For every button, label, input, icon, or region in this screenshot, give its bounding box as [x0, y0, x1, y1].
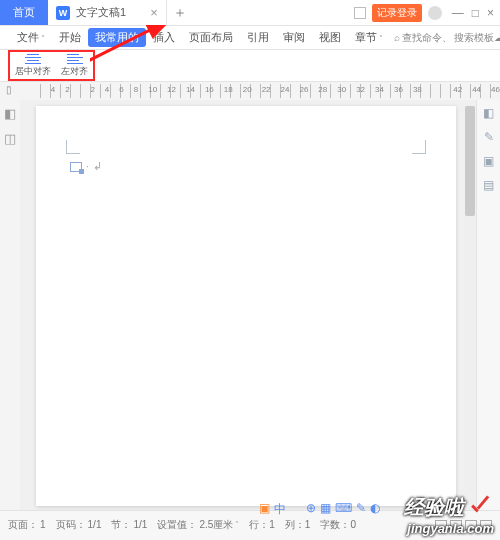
close-window-button[interactable]: ×	[487, 6, 494, 20]
ime-item[interactable]: ✎	[356, 501, 366, 518]
right-side-panel: ◧ ✎ ▣ ▤	[476, 100, 500, 510]
tab-document[interactable]: W 文字文稿1 ×	[48, 0, 167, 25]
search-icon: ⌕	[394, 32, 400, 43]
ime-item[interactable]: ゝ	[290, 501, 302, 518]
select-tool-icon[interactable]: ◧	[483, 106, 494, 120]
ime-item[interactable]: ▦	[320, 501, 331, 518]
view-web-icon[interactable]	[465, 520, 477, 530]
login-button[interactable]: 记录登录	[372, 4, 422, 22]
status-col[interactable]: 列：1	[285, 518, 311, 532]
status-position[interactable]: 设置值：2.5厘米	[157, 518, 239, 532]
view-print-icon[interactable]	[435, 520, 447, 530]
view-outline-icon[interactable]	[480, 520, 492, 530]
horizontal-ruler-bar: ▯ 42246810121416182022242628303234363842…	[0, 82, 500, 100]
margin-mark-top-left	[66, 140, 80, 154]
align-left-icon	[67, 54, 83, 64]
title-bar-right: 记录登录 — □ ×	[354, 0, 500, 25]
status-row[interactable]: 行：1	[249, 518, 275, 532]
properties-icon[interactable]: ▣	[483, 154, 494, 168]
add-tab-button[interactable]: ＋	[167, 0, 193, 25]
ruler-origin-icon: ▯	[6, 84, 12, 95]
ribbon-toolbar: 居中对齐 左对齐	[0, 50, 500, 82]
ime-item[interactable]: ◐	[370, 501, 380, 518]
menu-view[interactable]: 视图	[312, 30, 348, 45]
menu-start[interactable]: 开始	[52, 30, 88, 45]
maximize-button[interactable]: □	[472, 6, 479, 20]
menu-references[interactable]: 引用	[240, 30, 276, 45]
horizontal-ruler[interactable]: 4224681012141618202224262830323436384244…	[40, 84, 500, 98]
title-bar: 首页 W 文字文稿1 × ＋ 记录登录 — □ ×	[0, 0, 500, 26]
ime-toolbar[interactable]: ▣中ゝ⊕▦⌨✎◐	[259, 501, 380, 518]
menu-insert[interactable]: 插入	[146, 30, 182, 45]
outline-icon[interactable]: ◫	[4, 131, 16, 146]
align-center-icon	[25, 54, 41, 64]
search-label: 查找命令、	[402, 31, 452, 45]
nav-pane-icon[interactable]: ◧	[4, 106, 16, 121]
text-cursor: ↲	[93, 160, 102, 173]
margin-mark-top-right	[412, 140, 426, 154]
insert-object-handle[interactable]: · ↲	[70, 160, 102, 173]
status-chars[interactable]: 字数：0	[320, 518, 356, 532]
menu-page-layout[interactable]: 页面布局	[182, 30, 240, 45]
page-area: · ↲	[20, 100, 476, 510]
minimize-button[interactable]: —	[452, 6, 464, 20]
ime-item[interactable]: ⊕	[306, 501, 316, 518]
align-left-button[interactable]: 左对齐	[59, 53, 90, 79]
search-placeholder: 搜索模板	[454, 31, 494, 45]
status-section[interactable]: 节：1/1	[111, 518, 147, 532]
avatar-icon[interactable]	[428, 6, 442, 20]
ime-item[interactable]: ⌨	[335, 501, 352, 518]
styles-icon[interactable]: ▤	[483, 178, 494, 192]
menu-section[interactable]: 章节	[348, 30, 390, 45]
edit-tool-icon[interactable]: ✎	[484, 130, 494, 144]
view-read-icon[interactable]	[450, 520, 462, 530]
align-left-label: 左对齐	[61, 65, 88, 78]
ime-item[interactable]: 中	[274, 501, 286, 518]
vertical-scrollbar-thumb[interactable]	[465, 106, 475, 216]
word-doc-icon: W	[56, 6, 70, 20]
align-center-button[interactable]: 居中对齐	[13, 53, 53, 79]
tab-home[interactable]: 首页	[0, 0, 48, 25]
window-indicator-icon[interactable]	[354, 7, 366, 19]
command-search[interactable]: ⌕ 查找命令、 搜索模板	[394, 31, 494, 45]
menu-file[interactable]: 文件	[10, 30, 52, 45]
highlight-box: 居中对齐 左对齐	[8, 50, 95, 81]
status-page[interactable]: 页面：1	[8, 518, 46, 532]
close-tab-icon[interactable]: ×	[150, 5, 158, 20]
view-mode-group	[435, 520, 492, 530]
ime-item[interactable]: ▣	[259, 501, 270, 518]
document-title: 文字文稿1	[76, 5, 126, 20]
left-rail: ◧ ◫	[0, 100, 20, 510]
menu-review[interactable]: 审阅	[276, 30, 312, 45]
align-center-label: 居中对齐	[15, 65, 51, 78]
status-unsaved[interactable]: ☁ 未保存	[494, 31, 500, 45]
workspace: ◧ ◫ · ↲ ◧ ✎ ▣ ▤	[0, 100, 500, 510]
object-icon	[70, 162, 82, 172]
menu-bar: 文件 开始 我常用的 插入 页面布局 引用 审阅 视图 章节 ⌕ 查找命令、 搜…	[0, 26, 500, 50]
status-bar: 页面：1 页码：1/1 节：1/1 设置值：2.5厘米 行：1 列：1 字数：0	[0, 510, 500, 538]
status-page-num[interactable]: 页码：1/1	[56, 518, 102, 532]
menu-my-common[interactable]: 我常用的	[88, 28, 146, 47]
document-page[interactable]: · ↲	[36, 106, 456, 506]
